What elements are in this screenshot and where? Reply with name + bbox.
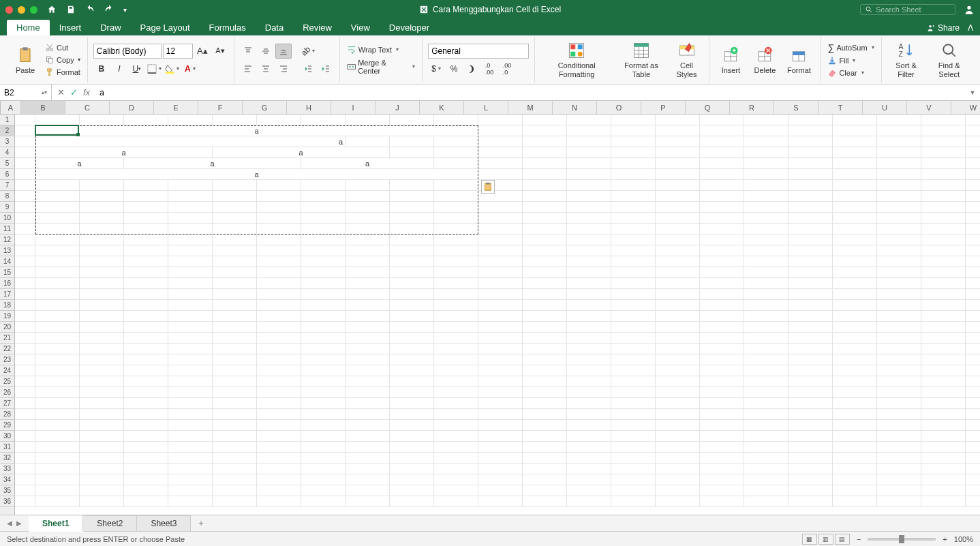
cell[interactable]	[611, 474, 656, 485]
merged-cell[interactable]: a	[35, 169, 478, 180]
cell[interactable]	[346, 420, 390, 431]
cell[interactable]	[346, 398, 390, 409]
cell[interactable]	[390, 464, 434, 474]
row-header[interactable]: 2	[0, 125, 14, 136]
cell[interactable]	[523, 485, 567, 496]
cell[interactable]	[877, 202, 921, 213]
cell[interactable]	[833, 256, 877, 267]
cell[interactable]	[301, 213, 346, 224]
cell[interactable]	[257, 376, 301, 387]
cell[interactable]	[80, 213, 124, 224]
cell[interactable]	[434, 180, 478, 191]
cell[interactable]	[213, 115, 257, 125]
cell[interactable]	[434, 115, 478, 125]
cell[interactable]	[434, 234, 478, 245]
cell[interactable]	[35, 180, 80, 191]
cell[interactable]	[168, 289, 213, 300]
cell[interactable]	[877, 115, 921, 125]
cell[interactable]	[15, 191, 35, 202]
cell[interactable]	[700, 442, 744, 453]
cell[interactable]	[966, 496, 980, 507]
cell[interactable]	[567, 278, 611, 289]
cell[interactable]	[788, 267, 833, 278]
cell[interactable]	[35, 344, 80, 354]
delete-cells-button[interactable]: Delete	[749, 46, 780, 74]
cell[interactable]	[80, 245, 124, 256]
cell[interactable]	[301, 300, 346, 311]
cell[interactable]	[833, 115, 877, 125]
cell[interactable]	[700, 289, 744, 300]
cell[interactable]	[35, 453, 80, 464]
cell[interactable]	[346, 344, 390, 354]
cell[interactable]	[567, 234, 611, 245]
cell[interactable]	[611, 409, 656, 420]
cell[interactable]	[656, 420, 700, 431]
zoom-level[interactable]: 100%	[954, 535, 973, 543]
cell[interactable]	[966, 267, 980, 278]
cell[interactable]	[168, 322, 213, 333]
cell[interactable]	[877, 125, 921, 136]
column-header[interactable]: C	[65, 101, 110, 114]
cell[interactable]	[921, 464, 966, 474]
cell[interactable]	[124, 311, 168, 322]
cell[interactable]	[788, 115, 833, 125]
cell[interactable]	[478, 311, 523, 322]
cell[interactable]	[301, 344, 346, 354]
cell[interactable]	[877, 256, 921, 267]
cell[interactable]	[80, 464, 124, 474]
cell[interactable]	[921, 147, 966, 158]
cell[interactable]	[700, 322, 744, 333]
cell[interactable]	[390, 224, 434, 234]
cell[interactable]	[523, 420, 567, 431]
cell[interactable]	[921, 398, 966, 409]
cell[interactable]	[213, 496, 257, 507]
cell[interactable]	[966, 311, 980, 322]
clear-button[interactable]: Clear	[826, 67, 875, 78]
column-header[interactable]: A	[1, 101, 21, 114]
cell[interactable]	[213, 354, 257, 365]
merged-cell[interactable]: a	[35, 147, 213, 158]
cell[interactable]	[744, 442, 788, 453]
name-box[interactable]: ▴▾	[0, 85, 52, 100]
column-header[interactable]: R	[730, 101, 774, 114]
cell[interactable]	[434, 300, 478, 311]
cell[interactable]	[744, 485, 788, 496]
cell[interactable]	[390, 409, 434, 420]
cell[interactable]	[656, 191, 700, 202]
cell[interactable]	[35, 300, 80, 311]
cell[interactable]	[966, 322, 980, 333]
format-cells-button[interactable]: Format	[783, 46, 814, 74]
merged-cell[interactable]: a	[35, 136, 346, 147]
zoom-in-icon[interactable]: +	[943, 535, 947, 543]
cell[interactable]	[213, 398, 257, 409]
cell[interactable]	[124, 202, 168, 213]
row-header[interactable]: 12	[0, 234, 14, 245]
cell[interactable]	[788, 311, 833, 322]
cell[interactable]	[921, 333, 966, 344]
paste-button[interactable]: Paste	[10, 46, 41, 74]
cell[interactable]	[966, 213, 980, 224]
cell[interactable]	[15, 474, 35, 485]
cell[interactable]	[478, 125, 523, 136]
cell[interactable]	[301, 115, 346, 125]
tab-page-layout[interactable]: Page Layout	[131, 20, 200, 35]
cell[interactable]	[567, 300, 611, 311]
cell[interactable]	[744, 278, 788, 289]
cell[interactable]	[257, 420, 301, 431]
merged-cell[interactable]: a	[124, 158, 301, 169]
cell[interactable]	[168, 333, 213, 344]
cell[interactable]	[700, 431, 744, 442]
cell[interactable]	[478, 333, 523, 344]
cell[interactable]	[15, 442, 35, 453]
wrap-text-button[interactable]: Wrap Text	[346, 44, 416, 55]
cell[interactable]	[124, 322, 168, 333]
cell[interactable]	[833, 180, 877, 191]
cell[interactable]	[346, 213, 390, 224]
cell[interactable]	[700, 224, 744, 234]
cell[interactable]	[611, 234, 656, 245]
cell[interactable]	[168, 485, 213, 496]
cell[interactable]	[921, 158, 966, 169]
cell[interactable]	[523, 344, 567, 354]
cell[interactable]	[700, 278, 744, 289]
cell[interactable]	[478, 115, 523, 125]
